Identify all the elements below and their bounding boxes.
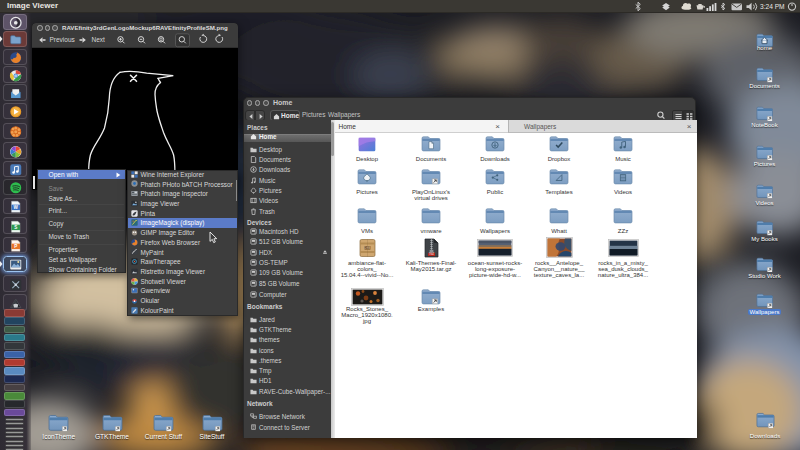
svg-text:TGZ: TGZ — [428, 252, 434, 256]
svg-text:Next: Next — [92, 36, 106, 43]
svg-text:W: W — [13, 205, 18, 210]
svg-text:Previous: Previous — [50, 36, 76, 43]
svg-text:P: P — [14, 244, 17, 249]
svg-text:S: S — [14, 225, 17, 230]
